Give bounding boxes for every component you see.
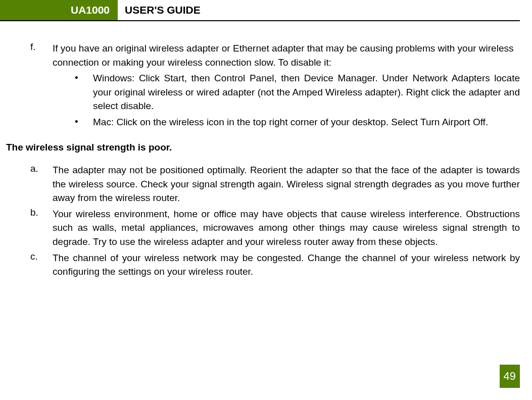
page-content: f. If you have an original wireless adap… (0, 21, 532, 279)
product-badge: UA1000 (0, 0, 118, 20)
item-letter: a. (30, 163, 45, 205)
list-item-f: f. If you have an original wireless adap… (6, 41, 520, 131)
lettered-list: a. The adapter may not be positioned opt… (30, 163, 520, 278)
list-item-c: c. The channel of your wireless network … (30, 251, 520, 279)
item-text: Your wireless environment, home or offic… (45, 207, 520, 249)
sub-text: Windows: Click Start, then Control Panel… (85, 71, 520, 113)
item-letter: f. (30, 41, 45, 131)
item-letter: c. (30, 251, 45, 279)
list-item-a: a. The adapter may not be positioned opt… (30, 163, 520, 205)
list-item-b: b. Your wireless environment, home or of… (30, 207, 520, 249)
item-text: If you have an original wireless adapter… (53, 41, 520, 69)
item-text: The adapter may not be positioned optima… (45, 163, 520, 205)
item-text: The channel of your wireless network may… (45, 251, 520, 279)
page-header: UA1000 USER'S GUIDE (0, 0, 520, 21)
sub-item-windows: • Windows: Click Start, then Control Pan… (75, 71, 520, 113)
section-heading: The wireless signal strength is poor. (6, 142, 520, 153)
bullet-icon: • (75, 115, 85, 129)
page-number: 49 (500, 365, 520, 388)
sub-text: Mac: Click on the wireless icon in the t… (85, 115, 520, 129)
bullet-icon: • (75, 71, 85, 113)
item-body: If you have an original wireless adapter… (45, 41, 520, 131)
sub-item-mac: • Mac: Click on the wireless icon in the… (75, 115, 520, 129)
guide-title: USER'S GUIDE (118, 0, 201, 20)
sub-list: • Windows: Click Start, then Control Pan… (75, 71, 520, 129)
item-letter: b. (30, 207, 45, 249)
